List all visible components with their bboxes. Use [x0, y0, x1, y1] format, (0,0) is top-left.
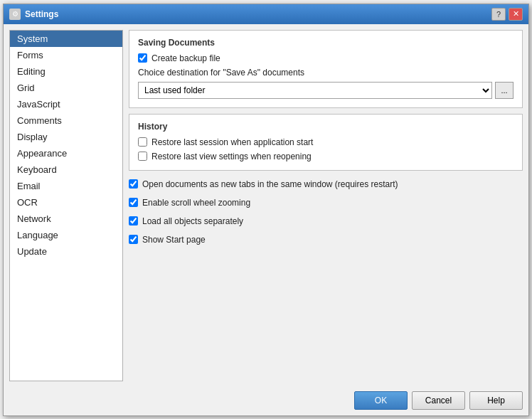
settings-window: ⚙ Settings ? ✕ SystemFormsEditingGridJav… — [3, 4, 529, 416]
history-title: History — [138, 122, 514, 132]
restore-session-checkbox[interactable] — [138, 137, 147, 147]
sidebar: SystemFormsEditingGridJavaScriptComments… — [9, 30, 123, 381]
sidebar-item-comments[interactable]: Comments — [10, 112, 122, 129]
sidebar-item-forms[interactable]: Forms — [10, 47, 122, 63]
sidebar-item-update[interactable]: Update — [10, 243, 122, 260]
help-titlebar-button[interactable]: ? — [491, 8, 506, 21]
folder-select[interactable]: Last used folder — [138, 82, 492, 99]
sidebar-item-keyboard[interactable]: Keyboard — [10, 161, 122, 178]
window-icon: ⚙ — [9, 9, 21, 20]
help-button[interactable]: Help — [469, 391, 523, 410]
saving-documents-section: Saving Documents Create backup file Choi… — [129, 30, 523, 108]
sidebar-item-display[interactable]: Display — [10, 129, 122, 145]
saving-documents-title: Saving Documents — [138, 38, 514, 48]
load-objects-checkbox[interactable] — [129, 216, 138, 226]
load-objects-row: Load all objects separately — [129, 216, 523, 226]
sidebar-item-ocr[interactable]: OCR — [10, 194, 122, 211]
show-start-checkbox[interactable] — [129, 235, 138, 244]
restore-session-row: Restore last session when application st… — [138, 137, 514, 147]
show-start-row: Show Start page — [129, 235, 523, 245]
footer: OK Cancel Help — [4, 387, 528, 415]
sidebar-item-network[interactable]: Network — [10, 211, 122, 227]
create-backup-row: Create backup file — [138, 53, 514, 63]
sidebar-item-system[interactable]: System — [10, 31, 122, 47]
sidebar-item-email[interactable]: Email — [10, 178, 122, 194]
open-tabs-label: Open documents as new tabs in the same w… — [142, 179, 398, 189]
restore-session-label: Restore last session when application st… — [151, 137, 313, 147]
create-backup-label: Create backup file — [151, 53, 220, 63]
scroll-zoom-label: Enable scroll wheel zooming — [142, 198, 250, 208]
window-title: Settings — [25, 9, 58, 19]
title-bar: ⚙ Settings ? ✕ — [4, 4, 528, 24]
sidebar-item-appearance[interactable]: Appearance — [10, 145, 122, 161]
main-content: SystemFormsEditingGridJavaScriptComments… — [4, 24, 528, 387]
browse-button[interactable]: ... — [495, 82, 514, 99]
open-tabs-checkbox[interactable] — [129, 179, 138, 189]
load-objects-label: Load all objects separately — [142, 216, 243, 226]
scroll-zoom-checkbox[interactable] — [129, 198, 138, 207]
title-bar-left: ⚙ Settings — [9, 9, 58, 20]
open-tabs-row: Open documents as new tabs in the same w… — [129, 179, 523, 189]
choice-destination-label: Choice destination for "Save As" documen… — [138, 68, 514, 78]
sidebar-item-javascript[interactable]: JavaScript — [10, 96, 122, 112]
scroll-zoom-row: Enable scroll wheel zooming — [129, 198, 523, 208]
right-panel: Saving Documents Create backup file Choi… — [129, 30, 523, 381]
create-backup-checkbox[interactable] — [138, 53, 147, 63]
sidebar-item-editing[interactable]: Editing — [10, 63, 122, 80]
restore-view-label: Restore last view settings when reopenin… — [151, 152, 312, 161]
folder-select-row: Last used folder ... — [138, 82, 514, 99]
restore-view-checkbox[interactable] — [138, 152, 147, 161]
ok-button[interactable]: OK — [354, 391, 408, 410]
standalone-checkboxes: Open documents as new tabs in the same w… — [129, 176, 523, 248]
close-button[interactable]: ✕ — [509, 8, 523, 21]
sidebar-item-grid[interactable]: Grid — [10, 80, 122, 96]
cancel-button[interactable]: Cancel — [412, 391, 465, 410]
sidebar-item-language[interactable]: Language — [10, 227, 122, 243]
restore-view-row: Restore last view settings when reopenin… — [138, 152, 514, 161]
show-start-label: Show Start page — [142, 235, 206, 245]
history-section: History Restore last session when applic… — [129, 114, 523, 171]
title-bar-controls: ? ✕ — [491, 8, 523, 21]
